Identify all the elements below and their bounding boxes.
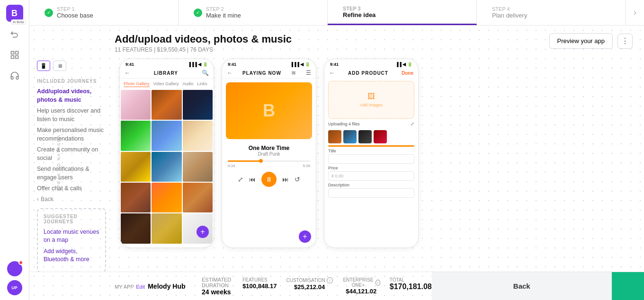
uploading-label: Uploading 4 files [328,122,360,126]
phone2-title: PLAYING NOW [242,71,281,76]
next-button[interactable]: ⏭ [282,176,289,183]
total-value: $170,181.08 [390,282,432,291]
phone3-status: 9:41 ▐▐ ◀ 🔋 [324,59,418,68]
phone1-back-icon[interactable]: ← [125,70,130,76]
desktop-device-btn[interactable]: 🖥 [53,61,66,71]
add-playing-button[interactable]: + [299,230,311,243]
back-link[interactable]: ‹ Back [37,196,106,203]
play-pause-button[interactable]: ⏸ [261,172,277,187]
music-title: One More Time Draft Punk [222,143,316,159]
estimated-value: 24 weeks [202,288,231,296]
customisation-info-icon[interactable]: i [327,277,333,283]
bottom-app-info: MY APP Edit Melody Hub [115,282,190,291]
preview-button[interactable]: Preview your app [549,33,613,49]
features-count: 11 FEATURES [115,46,152,53]
step-make-it-mine[interactable]: ✓ STEP 2 Make it mine [179,0,328,25]
step3-num: STEP 3 [343,6,376,11]
headphone-icon[interactable] [6,67,23,84]
photo-cell-6 [183,121,213,150]
progress-bar[interactable] [228,160,310,162]
title-field: Title [328,149,414,164]
step-plan-delivery[interactable]: STEP 4 Plan delivery [477,0,626,25]
enterprise-value: $44,121.02 [342,288,380,295]
phone2-wave-icon[interactable]: ≋ [291,70,296,76]
journey-item-chat[interactable]: Offer chat & calls [37,185,106,193]
photo-cell-8 [152,152,181,182]
my-app-section: MY APP Edit [115,282,145,291]
phone2-status: 9:41 ▐▐▐ ◀ 🔋 [222,59,316,68]
up-badge[interactable]: Melody Hub UP [7,280,22,295]
repeat-button[interactable]: ↺ [295,176,300,183]
journey-item-personalised[interactable]: Make personalised music recommendations [37,126,106,143]
app-name-display: Melody Hub [148,282,185,290]
edit-app-link[interactable]: Edit [136,284,145,290]
customisation-value: $25,212.04 [286,283,332,291]
add-photo-button[interactable]: + [197,226,209,238]
journey-item-discover[interactable]: Help users discover and listen to music [37,107,106,124]
svg-rect-0 [11,52,14,54]
song-artist: Draft Punk [226,151,312,157]
journey-item-add-upload[interactable]: Add/upload videos, photos & music [37,88,106,104]
thumb-2 [343,130,357,143]
phone-mockup-add-product: 9:41 ▐▐ ◀ 🔋 ← ADD PRODUCT Done 🖼 Add Ima… [324,59,419,248]
features-cost-label: FEATURES [242,277,277,282]
phone1-search-icon[interactable]: 🔍 [202,70,209,76]
meta-price: $19,550.45 [157,46,186,53]
price-input[interactable]: € 0.00 [328,171,414,181]
title-input[interactable] [328,154,414,164]
svg-rect-2 [11,56,14,59]
journey-item-notifications[interactable]: Send notifications & engage users [37,165,106,182]
left-panel: 📱 🖥 INCLUDED JOURNEYS Add/upload videos,… [29,57,114,272]
uploading-area: Uploading 4 files ⤢ [328,122,414,126]
suggestion-area: SUGGESTED JOURNEYS Locate music venues o… [37,208,106,272]
app-logo[interactable]: B In Beta [6,5,23,22]
mobile-device-btn[interactable]: 📱 [37,61,50,71]
title-label: Title [328,149,414,153]
photo-cell-3 [183,90,213,120]
expand-icon[interactable]: ⤢ [411,122,414,126]
customisation-cost: CUSTOMISATION i $25,212.04 [286,277,332,295]
tab-audio[interactable]: Audio [182,81,193,87]
step3-label: Refine idea [343,11,376,18]
thumbnail-row [324,128,418,145]
phone3-back-icon[interactable]: ← [329,70,335,76]
tab-links[interactable]: Links [197,81,207,87]
upload-area[interactable]: 🖼 Add Images [328,81,414,119]
enterprise-info-icon[interactable]: i [376,280,380,286]
step2-num: STEP 2 [206,6,241,12]
price-label: Price [328,166,414,170]
speak-natasha-label[interactable]: SPEAK TO NATASHA [56,134,61,191]
grid-icon[interactable] [6,46,23,63]
tab-photo-gallery[interactable]: Photo Gallery [124,81,150,87]
shuffle-button[interactable]: ⤢ [238,176,243,183]
avatar[interactable] [7,261,22,276]
step-choose-base[interactable]: ✓ STEP 1 Choose base [29,0,179,25]
photo-cell-9 [183,152,213,182]
description-input[interactable] [328,188,414,198]
suggestion-map[interactable]: Locate music venues on a map [44,228,99,245]
journey-item-community[interactable]: Create a community on social [37,146,106,162]
phones-area: 9:41 ▐▐▐ ◀ 🔋 ← LIBRARY 🔍 Photo Gallery V… [114,57,644,272]
done-button[interactable]: Done [402,71,413,76]
total-cost: TOTAL $170,181.08 [390,277,432,295]
suggestion-widgets[interactable]: Add widgets, Bluetooth & more [44,247,99,264]
phone2-back-icon[interactable]: ← [227,70,233,76]
prev-button[interactable]: ⏮ [249,176,256,183]
tab-video-gallery[interactable]: Video Gallery [153,81,179,87]
more-options-button[interactable]: ⋮ [617,34,633,49]
add-images-label: Add Images [360,103,383,107]
enterprise-cost: ENTERPRISE ONE+ i $44,121.02 [342,277,380,295]
phone1-signal: ▐▐▐ ◀ 🔋 [188,62,208,67]
phone1-title: LIBRARY [154,71,178,76]
undo-icon[interactable] [6,26,23,43]
phone-mockup-playing: 9:41 ▐▐▐ ◀ 🔋 ← PLAYING NOW ≋ ☰ B One Mor… [222,59,316,248]
save-continue-button[interactable]: Save & Continue [612,272,644,300]
step-refine-idea[interactable]: STEP 3 Refine idea [328,0,477,25]
included-journeys-label: INCLUDED JOURNEYS [37,79,106,84]
back-button[interactable]: Back [432,272,612,300]
phone2-list-icon[interactable]: ☰ [306,70,311,76]
photo-cell-12 [183,183,213,212]
thumb-1 [328,130,341,143]
sidebar: B In Beta Melody Hub UP [0,0,29,300]
estimated-duration-section: ESTIMATED DURATION 24 weeks [202,277,231,296]
